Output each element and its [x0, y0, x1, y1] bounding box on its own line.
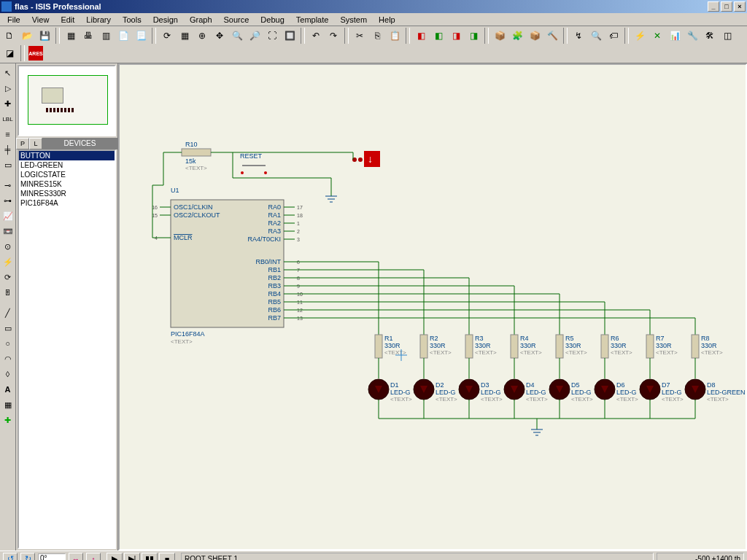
save-button[interactable]: 💾	[36, 28, 53, 44]
block-copy-button[interactable]: ◧	[413, 28, 429, 44]
package-button[interactable]: 📦	[527, 28, 543, 44]
print-area-button[interactable]: ▦	[63, 28, 79, 44]
block-move-button[interactable]: ◧	[430, 28, 446, 44]
menu-view[interactable]: View	[26, 14, 55, 26]
block-delete-button[interactable]: ◨	[465, 28, 481, 44]
selection-mode-icon[interactable]: ↖	[1, 66, 15, 79]
menu-template[interactable]: Template	[290, 14, 335, 26]
text-script-icon[interactable]: ≡	[1, 128, 15, 141]
decompose-button[interactable]: 🔨	[544, 28, 560, 44]
list-item[interactable]: LOGICSTATE	[19, 170, 115, 179]
maximize-button[interactable]: □	[721, 1, 732, 12]
menu-source[interactable]: Source	[218, 14, 255, 26]
netlist-button[interactable]: ✕	[649, 28, 665, 44]
tool3-button[interactable]: ◫	[719, 28, 735, 44]
marker-2d-icon[interactable]: ✚	[1, 413, 15, 427]
play-button[interactable]: ▶	[107, 553, 123, 561]
text-2d-icon[interactable]: A	[1, 383, 15, 396]
zoom-area-button[interactable]: 🔲	[282, 28, 298, 44]
stop-button[interactable]: ■	[159, 553, 175, 561]
wire-autoroute-button[interactable]: ↯	[570, 28, 587, 44]
subcircuit-icon[interactable]: ▭	[1, 158, 15, 171]
close-button[interactable]: ×	[734, 1, 746, 12]
origin-button[interactable]: ⊕	[194, 28, 210, 44]
mark-output-button[interactable]: ▥	[98, 28, 114, 44]
list-item[interactable]: LED-GREEN	[19, 160, 115, 170]
overview-window[interactable]	[18, 65, 116, 136]
search-button[interactable]: 🔍	[588, 28, 604, 44]
menu-edit[interactable]: Edit	[55, 14, 80, 26]
line-2d-icon[interactable]: ╱	[1, 306, 15, 319]
tool2-button[interactable]: 🛠	[702, 28, 718, 44]
menu-library[interactable]: Library	[80, 14, 117, 26]
menu-debug[interactable]: Debug	[255, 14, 290, 26]
erc-button[interactable]: ⚡	[632, 28, 648, 44]
zoom-out-button[interactable]: 🔎	[247, 28, 263, 44]
zoom-all-button[interactable]: ⛶	[264, 28, 280, 44]
print-button[interactable]: 🖶	[80, 28, 96, 44]
tool1-button[interactable]: 🔧	[684, 28, 700, 44]
grid-button[interactable]: ▦	[177, 28, 193, 44]
pick-devices-button[interactable]: P	[16, 138, 29, 149]
current-probe-icon[interactable]: ⟳	[1, 271, 15, 284]
generator-icon[interactable]: ⊙	[1, 240, 15, 253]
menu-tools[interactable]: Tools	[117, 14, 147, 26]
mirror-h-button[interactable]: ↔	[69, 553, 83, 561]
refresh-button[interactable]: ⟳	[159, 28, 175, 44]
export-button[interactable]: 📃	[133, 28, 149, 44]
cut-button[interactable]: ✂	[352, 28, 368, 44]
device-pin-icon[interactable]: ⊶	[1, 194, 15, 207]
tool4-button[interactable]: ◪	[1, 45, 18, 61]
property-button[interactable]: 🏷	[605, 28, 622, 44]
svg-text:<TEXT>: <TEXT>	[701, 349, 723, 356]
terminal-icon[interactable]: ⊸	[1, 179, 15, 192]
path-2d-icon[interactable]: ◊	[1, 368, 15, 381]
pan-button[interactable]: ✥	[212, 28, 228, 44]
minimize-button[interactable]: _	[708, 1, 719, 12]
symbol-2d-icon[interactable]: ▦	[1, 398, 15, 411]
virtual-instr-icon[interactable]: 🎚	[1, 286, 15, 299]
menu-system[interactable]: System	[334, 14, 373, 26]
libraries-button[interactable]: L	[29, 138, 42, 149]
redo-button[interactable]: ↷	[325, 28, 341, 44]
new-button[interactable]: 🗋	[1, 28, 18, 44]
graph-icon[interactable]: 📈	[1, 209, 15, 222]
import-button[interactable]: 📄	[115, 28, 131, 44]
tape-icon[interactable]: 📼	[1, 225, 15, 238]
svg-text:330R: 330R	[565, 342, 581, 349]
mirror-v-button[interactable]: ↕	[86, 553, 101, 561]
block-rotate-button[interactable]: ◨	[448, 28, 464, 44]
voltage-probe-icon[interactable]: ⚡	[1, 255, 15, 268]
menu-help[interactable]: Help	[373, 14, 401, 26]
step-button[interactable]: ▶|	[124, 553, 140, 561]
schematic-canvas[interactable]: U1PIC16F84A<TEXT>16OSC1/CLKIN15OSC2/CLKO…	[118, 63, 747, 551]
pick-button[interactable]: 📦	[492, 28, 508, 44]
menu-file[interactable]: File	[1, 14, 26, 26]
make-button[interactable]: 🧩	[509, 28, 525, 44]
copy-button[interactable]: ⎘	[369, 28, 385, 44]
undo-button[interactable]: ↶	[308, 28, 324, 44]
rotate-ccw-button[interactable]: ↺	[3, 553, 18, 561]
ares-button[interactable]: ARES	[28, 45, 44, 61]
open-button[interactable]: 📂	[19, 28, 35, 44]
box-2d-icon[interactable]: ▭	[1, 322, 15, 335]
circle-2d-icon[interactable]: ○	[1, 337, 15, 350]
menu-graph[interactable]: Graph	[184, 14, 218, 26]
devices-list[interactable]: BUTTON LED-GREEN LOGICSTATE MINRES15K MI…	[18, 149, 116, 549]
bom-button[interactable]: 📊	[667, 28, 683, 44]
rotate-cw-button[interactable]: ↻	[20, 553, 35, 561]
list-item[interactable]: BUTTON	[19, 151, 115, 160]
wire-label-icon[interactable]: LBL	[1, 112, 15, 125]
zoom-in-button[interactable]: 🔍	[229, 28, 245, 44]
pause-button[interactable]: ▮▮	[142, 553, 158, 561]
component-mode-icon[interactable]: ▷	[1, 82, 15, 95]
menu-design[interactable]: Design	[147, 14, 184, 26]
bus-icon[interactable]: ╪	[1, 143, 15, 156]
arc-2d-icon[interactable]: ◠	[1, 352, 15, 365]
angle-field[interactable]: 0°	[38, 553, 66, 561]
list-item[interactable]: MINRES330R	[19, 189, 115, 198]
list-item[interactable]: MINRES15K	[19, 179, 115, 189]
junction-icon[interactable]: ✚	[1, 97, 15, 110]
paste-button[interactable]: 📋	[387, 28, 403, 44]
list-item[interactable]: PIC16F84A	[19, 198, 115, 208]
